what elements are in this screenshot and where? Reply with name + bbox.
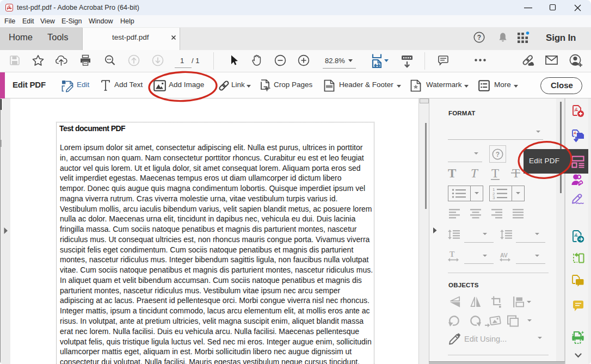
svg-text:?: ? [477, 34, 481, 41]
svg-text:3: 3 [492, 195, 495, 200]
svg-text:T: T [448, 166, 456, 180]
svg-text:AV: AV [500, 252, 508, 258]
svg-text:T: T [450, 251, 455, 258]
svg-text:T: T [471, 166, 479, 180]
svg-text:T: T [491, 166, 499, 180]
svg-text:?: ? [496, 151, 500, 158]
